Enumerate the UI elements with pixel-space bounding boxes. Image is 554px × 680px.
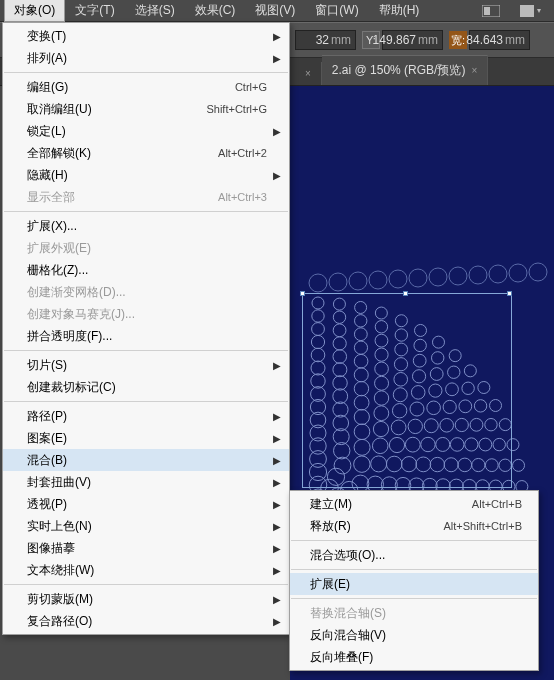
svg-point-150 <box>409 269 427 287</box>
x-field[interactable]: 32mm <box>295 30 356 50</box>
menu-item[interactable]: 混合(B)▶ <box>3 449 289 471</box>
menu-item: 扩展外观(E) <box>3 237 289 259</box>
width-field[interactable]: 84.643mm <box>469 30 530 50</box>
workspace-switcher-icon[interactable] <box>518 3 544 19</box>
tab-label: 2.ai @ 150% (RGB/预览) <box>332 62 466 79</box>
menu-item[interactable]: 全部解锁(K)Alt+Ctrl+2 <box>3 142 289 164</box>
layout-icon[interactable] <box>478 3 504 19</box>
selection-bounds <box>302 293 512 488</box>
menu-item[interactable]: 扩展(X)... <box>3 215 289 237</box>
menu-item: 创建对象马赛克(J)... <box>3 303 289 325</box>
menu-item[interactable]: 封套扭曲(V)▶ <box>3 471 289 493</box>
svg-point-16 <box>513 459 525 471</box>
document-tab[interactable]: 2.ai @ 150% (RGB/预览) × <box>322 55 488 85</box>
menu-window[interactable]: 窗口(W) <box>305 0 368 22</box>
menu-item[interactable]: 复合路径(O)▶ <box>3 610 289 632</box>
menu-item[interactable]: 切片(S)▶ <box>3 354 289 376</box>
submenu-arrow-icon: ▶ <box>273 411 281 422</box>
submenu-item[interactable]: 反向混合轴(V) <box>290 624 538 646</box>
svg-point-149 <box>389 270 407 288</box>
menu-item[interactable]: 图案(E)▶ <box>3 427 289 449</box>
prev-tab-close[interactable]: × <box>295 62 322 85</box>
submenu-item[interactable]: 混合选项(O)... <box>290 544 538 566</box>
menu-select[interactable]: 选择(S) <box>125 0 185 22</box>
menu-item: 显示全部Alt+Ctrl+3 <box>3 186 289 208</box>
svg-point-148 <box>369 271 387 289</box>
menu-item[interactable]: 文本绕排(W)▶ <box>3 559 289 581</box>
submenu-arrow-icon: ▶ <box>273 521 281 532</box>
menu-item[interactable]: 剪切蒙版(M)▶ <box>3 588 289 610</box>
menu-view[interactable]: 视图(V) <box>245 0 305 22</box>
submenu-item: 替换混合轴(S) <box>290 602 538 624</box>
menu-item[interactable]: 实时上色(N)▶ <box>3 515 289 537</box>
submenu-item[interactable]: 建立(M)Alt+Ctrl+B <box>290 493 538 515</box>
menu-help[interactable]: 帮助(H) <box>369 0 430 22</box>
selection-handle[interactable] <box>507 291 512 296</box>
menu-item[interactable]: 锁定(L)▶ <box>3 120 289 142</box>
menu-item[interactable]: 创建裁切标记(C) <box>3 376 289 398</box>
blend-submenu: 建立(M)Alt+Ctrl+B释放(R)Alt+Shift+Ctrl+B混合选项… <box>289 490 539 671</box>
menu-item[interactable]: 拼合透明度(F)... <box>3 325 289 347</box>
svg-point-151 <box>429 268 447 286</box>
menu-item[interactable]: 透视(P)▶ <box>3 493 289 515</box>
svg-rect-1 <box>484 7 490 15</box>
submenu-item[interactable]: 扩展(E) <box>290 573 538 595</box>
svg-point-147 <box>349 272 367 290</box>
menu-item[interactable]: 取消编组(U)Shift+Ctrl+G <box>3 98 289 120</box>
menu-effect[interactable]: 效果(C) <box>185 0 246 22</box>
submenu-arrow-icon: ▶ <box>273 360 281 371</box>
svg-point-153 <box>469 266 487 284</box>
object-menu: 变换(T)▶排列(A)▶编组(G)Ctrl+G取消编组(U)Shift+Ctrl… <box>2 22 290 635</box>
menu-item: 创建渐变网格(D)... <box>3 281 289 303</box>
svg-point-145 <box>309 274 327 292</box>
submenu-arrow-icon: ▶ <box>273 31 281 42</box>
submenu-arrow-icon: ▶ <box>273 53 281 64</box>
y-field[interactable]: 149.867mm <box>382 30 443 50</box>
submenu-arrow-icon: ▶ <box>273 594 281 605</box>
menu-item[interactable]: 变换(T)▶ <box>3 25 289 47</box>
menu-item[interactable]: 图像描摹▶ <box>3 537 289 559</box>
submenu-arrow-icon: ▶ <box>273 499 281 510</box>
submenu-arrow-icon: ▶ <box>273 170 281 181</box>
close-icon[interactable]: × <box>471 65 477 76</box>
submenu-item[interactable]: 反向堆叠(F) <box>290 646 538 668</box>
submenu-arrow-icon: ▶ <box>273 126 281 137</box>
menubar: 对象(O) 文字(T) 选择(S) 效果(C) 视图(V) 窗口(W) 帮助(H… <box>0 0 554 22</box>
width-label: 宽: <box>449 31 467 49</box>
submenu-arrow-icon: ▶ <box>273 477 281 488</box>
submenu-arrow-icon: ▶ <box>273 455 281 466</box>
menu-item[interactable]: 栅格化(Z)... <box>3 259 289 281</box>
svg-point-152 <box>449 267 467 285</box>
svg-point-156 <box>529 263 547 281</box>
submenu-item[interactable]: 释放(R)Alt+Shift+Ctrl+B <box>290 515 538 537</box>
submenu-arrow-icon: ▶ <box>273 543 281 554</box>
selection-handle[interactable] <box>403 291 408 296</box>
menu-item[interactable]: 隐藏(H)▶ <box>3 164 289 186</box>
menu-item[interactable]: 编组(G)Ctrl+G <box>3 76 289 98</box>
menu-item[interactable]: 排列(A)▶ <box>3 47 289 69</box>
svg-point-154 <box>489 265 507 283</box>
menu-item[interactable]: 路径(P)▶ <box>3 405 289 427</box>
selection-handle[interactable] <box>300 291 305 296</box>
submenu-arrow-icon: ▶ <box>273 616 281 627</box>
svg-rect-2 <box>520 5 534 17</box>
menu-type[interactable]: 文字(T) <box>65 0 124 22</box>
svg-point-146 <box>329 273 347 291</box>
submenu-arrow-icon: ▶ <box>273 433 281 444</box>
menu-object[interactable]: 对象(O) <box>4 0 65 22</box>
svg-point-155 <box>509 264 527 282</box>
submenu-arrow-icon: ▶ <box>273 565 281 576</box>
